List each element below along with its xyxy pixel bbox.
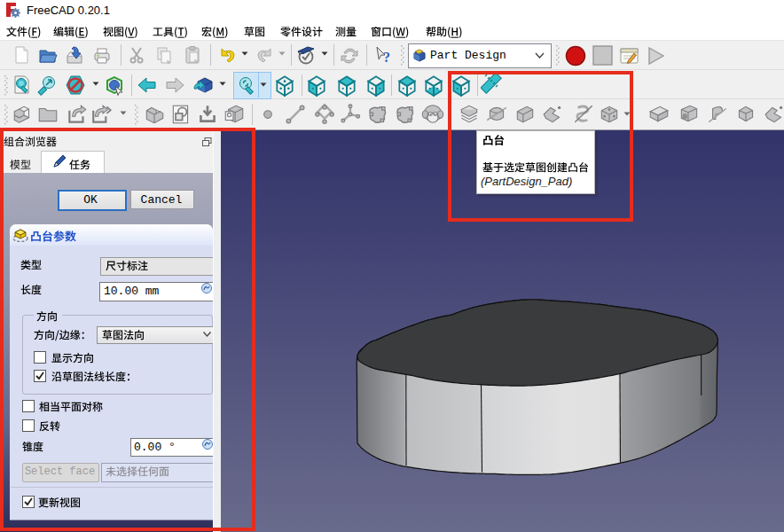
svg-text:?: ?	[383, 50, 390, 65]
